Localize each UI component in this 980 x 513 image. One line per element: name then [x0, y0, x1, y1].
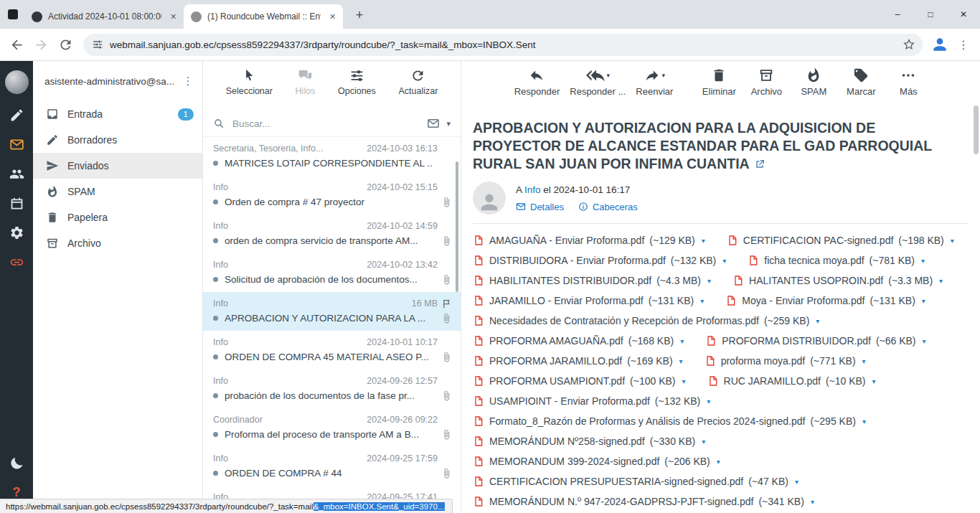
threads-button[interactable]: Hilos — [296, 67, 316, 96]
reply-all-caret-icon[interactable]: ▾ — [607, 72, 611, 79]
message-row[interactable]: Info2024-09-25 17:59 ORDEN DE COMPRA # 4… — [203, 447, 461, 486]
folder-item-entrada[interactable]: Entrada 1 — [33, 101, 202, 127]
attachment-item[interactable]: ficha tecnica moya.pdf(~781 KB)▾ — [748, 255, 925, 266]
attachment-menu-caret-icon[interactable]: ▾ — [811, 498, 814, 506]
attachment-item[interactable]: Moya - Enviar Proforma.pdf(~131 KB)▾ — [725, 295, 925, 306]
attachment-menu-caret-icon[interactable]: ▾ — [922, 297, 925, 305]
reply-all-button[interactable]: ▾ Responder ... — [570, 67, 626, 97]
folder-item-borradores[interactable]: Borradores — [33, 127, 202, 153]
search-options-caret-icon[interactable]: ▾ — [446, 119, 451, 128]
flag-icon[interactable] — [441, 298, 452, 309]
archive-button[interactable]: Archivo — [748, 67, 785, 97]
attachment-item[interactable]: HABILITANTES DISTRIBUIDOR.pdf(~4.3 MB)▾ — [473, 275, 711, 286]
attachment-item[interactable]: AMAGUAÑA - Enviar Proforma.pdf(~129 KB)▾ — [473, 235, 705, 246]
settings-gear-icon[interactable] — [0, 218, 33, 248]
account-menu-icon[interactable]: ⋮ — [181, 75, 195, 88]
attachment-menu-caret-icon[interactable]: ▾ — [702, 438, 705, 446]
tab-roundcube[interactable]: (1) Roundcube Webmail :: Envia ✕ — [184, 4, 343, 29]
list-scrollbar[interactable] — [456, 161, 458, 292]
attachment-menu-caret-icon[interactable]: ▾ — [872, 377, 876, 385]
attachment-menu-caret-icon[interactable]: ▾ — [722, 257, 726, 265]
folder-item-spam[interactable]: SPAM — [33, 179, 202, 204]
mark-button[interactable]: Marcar — [842, 67, 880, 97]
compose-icon[interactable] — [0, 100, 33, 130]
attachment-item[interactable]: JARAMILLO - Enviar Proforma.pdf(~131 KB)… — [473, 295, 704, 306]
details-link[interactable]: Detalles — [516, 202, 564, 212]
url-text[interactable]: webmail.sanjuan.gob.ec/cpsess8592294337/… — [110, 39, 896, 50]
search-input[interactable] — [231, 118, 420, 130]
attachment-menu-caret-icon[interactable]: ▾ — [682, 377, 685, 385]
more-button[interactable]: Más — [890, 67, 927, 97]
message-row[interactable]: Coordinador2024-09-26 09:22 Proforma del… — [203, 408, 461, 447]
address-bar[interactable]: webmail.sanjuan.gob.ec/cpsess8592294337/… — [83, 34, 923, 56]
attachment-menu-caret-icon[interactable]: ▾ — [795, 478, 798, 486]
recipient-link[interactable]: Info — [524, 184, 541, 195]
attachment-menu-caret-icon[interactable]: ▾ — [702, 237, 705, 245]
attachment-menu-caret-icon[interactable]: ▾ — [679, 357, 683, 365]
reply-button[interactable]: Responder — [514, 67, 560, 97]
attachment-item[interactable]: MEMORÁNDUM Nº258-signed.pdf(~330 KB)▾ — [473, 436, 705, 447]
attachment-menu-caret-icon[interactable]: ▾ — [816, 317, 819, 325]
message-row[interactable]: Secretaria, Tesoreria, Info...2024-10-03… — [203, 137, 461, 176]
view-scrollbar[interactable] — [974, 105, 979, 154]
attachment-menu-caret-icon[interactable]: ▾ — [939, 277, 943, 285]
attachment-menu-caret-icon[interactable]: ▾ — [717, 458, 720, 466]
attachment-item[interactable]: PROFORMA USAMPIONT.pdf(~100 KB)▾ — [473, 375, 686, 387]
attachment-menu-caret-icon[interactable]: ▾ — [707, 397, 710, 405]
message-row[interactable]: Info2024-10-02 15:15 Orden de compra # 4… — [203, 176, 461, 215]
message-row[interactable]: Info2024-10-02 13:42 Solicitud de aproba… — [203, 253, 461, 292]
delete-button[interactable]: Eliminar — [700, 67, 738, 97]
folder-item-enviados[interactable]: Enviados — [33, 153, 202, 179]
open-in-new-window-icon[interactable] — [754, 159, 765, 170]
attachment-menu-caret-icon[interactable]: ▾ — [680, 337, 684, 345]
options-button[interactable]: Opciones — [338, 67, 376, 96]
attachment-item[interactable]: CERTIFICACION PRESUPUESTARIA-signed-sign… — [473, 476, 798, 487]
attachment-menu-caret-icon[interactable]: ▾ — [700, 297, 704, 305]
attachment-item[interactable]: Formato_8_Razón de Proformas y Análisis … — [473, 415, 866, 427]
site-info-icon[interactable] — [92, 39, 103, 50]
forward-button[interactable] — [29, 32, 53, 57]
message-row[interactable]: Info2024-10-02 14:59 orden de compra ser… — [203, 215, 461, 253]
link-icon[interactable] — [0, 248, 33, 277]
attachment-item[interactable]: MEMORANDUM 399-2024-signed.pdf(~206 KB)▾ — [473, 456, 720, 467]
attachment-item[interactable]: CERTIFICACION PAC-signed.pdf(~198 KB)▾ — [727, 235, 954, 246]
bookmark-star-icon[interactable] — [903, 38, 915, 51]
select-button[interactable]: Seleccionar — [226, 67, 273, 96]
maximize-button[interactable]: □ — [914, 0, 947, 29]
forward-caret-icon[interactable]: ▾ — [662, 72, 666, 79]
search-scope-mail-icon[interactable] — [427, 117, 440, 130]
minimize-button[interactable]: – — [881, 0, 914, 29]
message-row[interactable]: Info2024-10-01 10:17 ORDEN DE COMPRA 45 … — [203, 331, 461, 370]
attachment-menu-caret-icon[interactable]: ▾ — [707, 277, 711, 285]
attachment-item[interactable]: proforma moya.pdf(~771 KB)▾ — [705, 355, 866, 367]
spam-button[interactable]: SPAM — [795, 67, 832, 97]
attachment-menu-caret-icon[interactable]: ▾ — [921, 257, 925, 265]
tab-close-icon[interactable]: ✕ — [326, 11, 339, 23]
attachment-item[interactable]: RUC JARAMILLO.pdf(~10 KB)▾ — [707, 375, 876, 387]
attachment-item[interactable]: PROFORMA DISTRIBUIDOR.pdf(~66 KB)▾ — [705, 335, 925, 347]
attachment-menu-caret-icon[interactable]: ▾ — [951, 237, 954, 245]
contacts-icon[interactable] — [0, 159, 33, 189]
message-row-selected[interactable]: Info16 MB APROBACION Y AUTORIZACION PARA… — [203, 292, 461, 331]
dark-mode-moon-icon[interactable] — [0, 448, 33, 478]
forward-button[interactable]: ▾ Reenviar — [636, 67, 673, 97]
message-row[interactable]: Info2024-09-26 12:57 probación de los do… — [203, 370, 461, 408]
new-tab-button[interactable]: + — [349, 4, 370, 26]
browser-menu-icon[interactable]: ⋮ — [951, 32, 976, 57]
mail-icon[interactable] — [0, 130, 33, 159]
calendar-icon[interactable] — [0, 189, 33, 218]
back-button[interactable] — [4, 32, 29, 57]
folder-item-archivo[interactable]: Archivo — [33, 230, 202, 256]
folder-item-papelera[interactable]: Papelera — [33, 204, 202, 230]
refresh-button[interactable]: Actualizar — [398, 67, 438, 96]
attachment-item[interactable]: DISTRIBUIDORA - Enviar Proforma.pdf(~132… — [473, 255, 726, 266]
tab-actividad[interactable]: Actividad 2024-10-01 08:00:00 ✕ — [24, 4, 184, 29]
attachment-item[interactable]: Necesidades de Contratación y Recepción … — [473, 315, 819, 326]
tab-close-icon[interactable]: ✕ — [167, 11, 179, 23]
attachment-item[interactable]: PROFORMA JARAMILLO.pdf(~169 KB)▾ — [473, 355, 683, 367]
attachment-item[interactable]: HALITANTES USOPROIN.pdf(~3.3 MB)▾ — [732, 275, 943, 286]
attachment-item[interactable]: PROFORMA AMAGUAÑA.pdf(~168 KB)▾ — [473, 335, 684, 347]
attachment-item[interactable]: USAMPIOINT - Enviar Proforma.pdf(~132 KB… — [473, 395, 710, 407]
reload-button[interactable] — [53, 32, 77, 57]
headers-link[interactable]: Cabeceras — [578, 202, 638, 212]
